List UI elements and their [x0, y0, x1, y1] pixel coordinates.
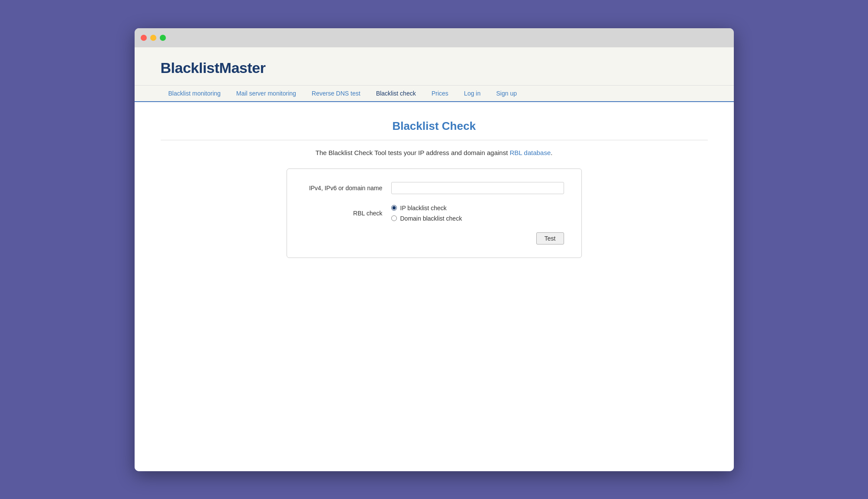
nav-blacklist-check[interactable]: Blacklist check [368, 86, 424, 101]
nav-blacklist-monitoring[interactable]: Blacklist monitoring [161, 86, 229, 101]
radio-ip-label: IP blacklist check [400, 205, 447, 211]
browser-window: BlacklistMaster Blacklist monitoring Mai… [135, 28, 734, 471]
ip-form-row: IPv4, IPv6 or domain name [304, 182, 564, 194]
site-logo: BlacklistMaster [161, 59, 708, 76]
page-divider [161, 140, 708, 140]
browser-content: BlacklistMaster Blacklist monitoring Mai… [135, 47, 734, 471]
description-text-before: The Blacklist Check Tool tests your IP a… [316, 149, 510, 156]
radio-domain[interactable] [391, 215, 397, 221]
test-button[interactable]: Test [536, 232, 564, 245]
radio-domain-option[interactable]: Domain blacklist check [391, 215, 462, 222]
close-button[interactable] [141, 35, 147, 41]
radio-ip-option[interactable]: IP blacklist check [391, 205, 462, 211]
nav-signup[interactable]: Sign up [488, 86, 525, 101]
minimize-button[interactable] [150, 35, 156, 41]
description-text-after: . [551, 149, 552, 156]
page-description: The Blacklist Check Tool tests your IP a… [161, 149, 708, 156]
browser-titlebar [135, 28, 734, 47]
page-title: Blacklist Check [161, 119, 708, 133]
rbl-form-row: RBL check IP blacklist check Domain blac… [304, 205, 564, 222]
ip-input[interactable] [391, 182, 564, 194]
rbl-database-link[interactable]: RBL database [510, 149, 551, 156]
rbl-label: RBL check [304, 210, 391, 217]
site-nav: Blacklist monitoring Mail server monitor… [135, 86, 734, 102]
maximize-button[interactable] [160, 35, 166, 41]
nav-mail-server-monitoring[interactable]: Mail server monitoring [228, 86, 304, 101]
nav-login[interactable]: Log in [456, 86, 488, 101]
radio-domain-label: Domain blacklist check [400, 215, 462, 222]
nav-prices[interactable]: Prices [424, 86, 456, 101]
radio-ip[interactable] [391, 205, 397, 211]
site-header: BlacklistMaster [135, 47, 734, 86]
radio-group: IP blacklist check Domain blacklist chec… [391, 205, 462, 222]
ip-label: IPv4, IPv6 or domain name [304, 185, 391, 192]
form-card: IPv4, IPv6 or domain name RBL check IP b… [287, 169, 582, 258]
main-content: Blacklist Check The Blacklist Check Tool… [135, 102, 734, 275]
form-actions: Test [304, 232, 564, 245]
nav-reverse-dns-test[interactable]: Reverse DNS test [304, 86, 368, 101]
